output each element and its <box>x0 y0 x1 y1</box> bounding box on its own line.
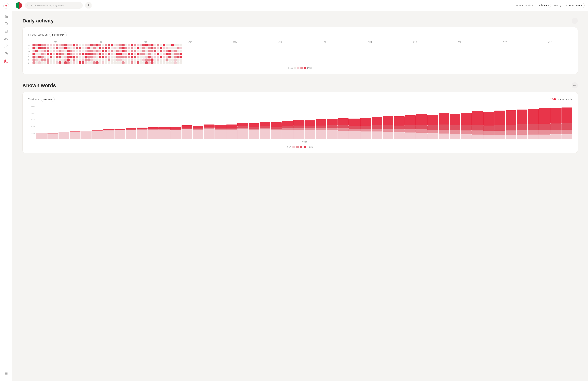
heatmap-cell[interactable] <box>38 61 41 64</box>
heatmap-cell[interactable] <box>50 56 52 58</box>
heatmap-cell[interactable] <box>33 47 35 49</box>
heatmap-cell[interactable] <box>67 59 70 61</box>
heatmap-cell[interactable] <box>44 44 46 46</box>
heatmap-cell[interactable] <box>125 50 127 52</box>
heatmap-cell[interactable] <box>163 50 165 52</box>
heatmap-cell[interactable] <box>82 47 84 49</box>
heatmap-cell[interactable] <box>64 47 67 49</box>
bar-stack[interactable] <box>148 127 159 139</box>
heatmap-cell[interactable] <box>145 59 148 61</box>
heatmap-cell[interactable] <box>140 61 142 64</box>
heatmap-cell[interactable] <box>116 44 119 46</box>
heatmap-cell[interactable] <box>166 53 168 55</box>
heatmap-cell[interactable] <box>105 56 107 58</box>
heatmap-cell[interactable] <box>177 56 180 58</box>
heatmap-cell[interactable] <box>142 47 145 49</box>
heatmap-cell[interactable] <box>76 59 78 61</box>
heatmap-cell[interactable] <box>119 44 122 46</box>
heatmap-cell[interactable] <box>53 61 55 64</box>
heatmap-cell[interactable] <box>111 56 113 58</box>
heatmap-cell[interactable] <box>76 56 78 58</box>
bar-stack[interactable] <box>427 115 438 139</box>
heatmap-cell[interactable] <box>151 53 153 55</box>
heatmap-cell[interactable] <box>137 53 139 55</box>
bar-stack[interactable] <box>506 110 516 139</box>
heatmap-cell[interactable] <box>134 56 136 58</box>
heatmap-cell[interactable] <box>96 47 99 49</box>
heatmap-cell[interactable] <box>82 50 84 52</box>
heatmap-cell[interactable] <box>157 56 159 58</box>
heatmap-cell[interactable] <box>56 56 58 58</box>
heatmap-cell[interactable] <box>102 50 104 52</box>
heatmap-cell[interactable] <box>134 53 136 55</box>
heatmap-cell[interactable] <box>99 53 101 55</box>
heatmap-cell[interactable] <box>56 53 58 55</box>
heatmap-cell[interactable] <box>90 53 93 55</box>
heatmap-cell[interactable] <box>145 53 148 55</box>
heatmap-cell[interactable] <box>119 56 122 58</box>
heatmap-cell[interactable] <box>151 50 153 52</box>
heatmap-cell[interactable] <box>148 50 150 52</box>
heatmap-cell[interactable] <box>84 61 87 64</box>
heatmap-cell[interactable] <box>79 61 81 64</box>
heatmap-cell[interactable] <box>99 56 101 58</box>
bar-stack[interactable] <box>70 131 81 139</box>
heatmap-cell[interactable] <box>84 44 87 46</box>
heatmap-cell[interactable] <box>137 59 139 61</box>
heatmap-cell[interactable] <box>134 47 136 49</box>
heatmap-cell[interactable] <box>41 47 43 49</box>
heatmap-cell[interactable] <box>47 59 49 61</box>
heatmap-cell[interactable] <box>33 56 35 58</box>
heatmap-cell[interactable] <box>166 56 168 58</box>
heatmap-cell[interactable] <box>166 50 168 52</box>
heatmap-cell[interactable] <box>76 50 78 52</box>
heatmap-cell[interactable] <box>99 61 101 64</box>
heatmap-cell[interactable] <box>171 53 174 55</box>
bar-stack[interactable] <box>159 127 170 139</box>
heatmap-cell[interactable] <box>131 50 133 52</box>
heatmap-cell[interactable] <box>122 50 125 52</box>
heatmap-cell[interactable] <box>142 44 145 46</box>
heatmap-cell[interactable] <box>148 56 150 58</box>
heatmap-cell[interactable] <box>38 50 41 52</box>
heatmap-cell[interactable] <box>171 56 174 58</box>
heatmap-cell[interactable] <box>50 61 52 64</box>
heatmap-cell[interactable] <box>93 53 96 55</box>
heatmap-cell[interactable] <box>47 50 49 52</box>
heatmap-cell[interactable] <box>47 47 49 49</box>
heatmap-cell[interactable] <box>168 59 171 61</box>
heatmap-cell[interactable] <box>160 53 162 55</box>
heatmap-cell[interactable] <box>56 50 58 52</box>
heatmap-cell[interactable] <box>87 56 90 58</box>
bar-stack[interactable] <box>349 119 360 139</box>
heatmap-cell[interactable] <box>105 53 107 55</box>
heatmap-cell[interactable] <box>134 44 136 46</box>
heatmap-cell[interactable] <box>70 53 72 55</box>
heatmap-cell[interactable] <box>116 56 119 58</box>
heatmap-cell[interactable] <box>70 44 72 46</box>
section-more-button[interactable]: ··· <box>572 18 578 24</box>
heatmap-cell[interactable] <box>105 44 107 46</box>
heatmap-cell[interactable] <box>41 61 43 64</box>
heatmap-cell[interactable] <box>128 56 130 58</box>
heatmap-cell[interactable] <box>53 59 55 61</box>
heatmap-cell[interactable] <box>140 44 142 46</box>
sidebar-item-library[interactable] <box>3 28 10 35</box>
heatmap-cell[interactable] <box>140 56 142 58</box>
heatmap-cell[interactable] <box>102 59 104 61</box>
heatmap-cell[interactable] <box>174 59 177 61</box>
heatmap-cell[interactable] <box>84 53 87 55</box>
heatmap-cell[interactable] <box>168 50 171 52</box>
bar-stack[interactable] <box>47 133 58 139</box>
heatmap-cell[interactable] <box>168 61 171 64</box>
heatmap-cell[interactable] <box>35 47 38 49</box>
bar-stack[interactable] <box>461 113 472 139</box>
heatmap-cell[interactable] <box>108 53 110 55</box>
heatmap-cell[interactable] <box>67 61 70 64</box>
heatmap-cell[interactable] <box>168 53 171 55</box>
heatmap-cell[interactable] <box>87 53 90 55</box>
heatmap-cell[interactable] <box>53 53 55 55</box>
heatmap-cell[interactable] <box>70 61 72 64</box>
heatmap-cell[interactable] <box>142 56 145 58</box>
heatmap-cell[interactable] <box>73 50 75 52</box>
